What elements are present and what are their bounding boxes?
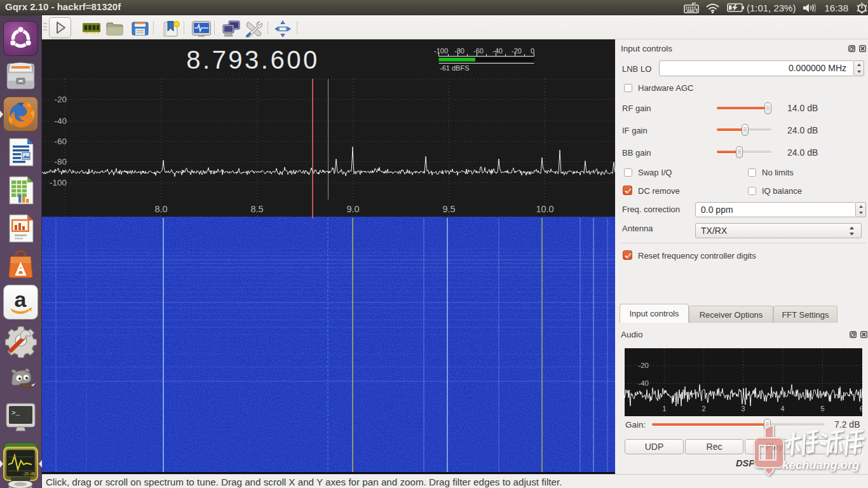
svg-text:-100: -100 (434, 47, 448, 55)
svg-text:10.0: 10.0 (536, 204, 553, 214)
svg-text:-80: -80 (454, 47, 465, 55)
svg-text:-40: -40 (638, 379, 649, 387)
svg-text:-40: -40 (492, 47, 503, 55)
svg-text:9.5: 9.5 (442, 204, 455, 214)
svg-text:1: 1 (662, 405, 666, 412)
svg-text:-80: -80 (54, 157, 67, 166)
svg-text:2: 2 (702, 405, 705, 412)
svg-text:-60: -60 (473, 47, 484, 55)
svg-text:6: 6 (860, 405, 862, 412)
svg-text:4: 4 (780, 405, 785, 412)
svg-text:-40: -40 (54, 116, 67, 126)
svg-text:a: a (15, 287, 27, 311)
svg-text:8.0: 8.0 (154, 204, 167, 214)
svg-text:-20: -20 (512, 47, 522, 55)
svg-text:-60: -60 (54, 137, 67, 146)
svg-text:-20: -20 (638, 362, 649, 369)
svg-text:5: 5 (820, 405, 824, 412)
svg-text:-100: -100 (50, 178, 67, 187)
svg-text:-20 dB: -20 dB (23, 471, 35, 476)
svg-text:>_: >_ (11, 409, 20, 417)
svg-text:8.5: 8.5 (250, 204, 263, 214)
svg-text:-20: -20 (54, 95, 67, 104)
svg-text:-61 dBFS: -61 dBFS (440, 64, 469, 72)
svg-text:9.0: 9.0 (346, 204, 359, 214)
svg-text:8.793.600: 8.793.600 (186, 46, 319, 74)
svg-text:3: 3 (741, 405, 745, 412)
